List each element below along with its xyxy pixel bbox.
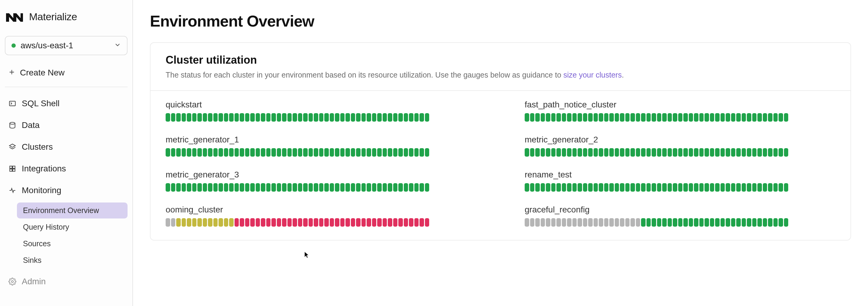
nav-item-sql-shell[interactable]: SQL Shell [5,93,128,114]
size-clusters-link[interactable]: size your clusters [563,71,622,79]
divider [151,90,850,91]
gauge-segment [668,218,672,227]
gauge-segment [551,148,556,157]
gauge-segment [662,113,667,122]
gauge-segment [176,113,181,122]
nav-item-integrations[interactable]: Integrations [5,159,128,179]
gauge-segment [213,183,218,192]
activity-icon [8,186,16,194]
page-title: Environment Overview [150,12,851,30]
gauge-segment [240,218,244,227]
gauge-segment [324,183,329,192]
gauge-segment [715,218,720,227]
gauge-segment [192,148,197,157]
cluster-row[interactable]: fast_path_notice_cluster [525,100,835,122]
gauge-segment [726,148,730,157]
cluster-row[interactable]: quickstart [166,100,476,122]
gauge-segment [292,148,297,157]
gauge-segment [362,183,366,192]
utilization-gauge [166,218,476,227]
gauge-segment [773,218,778,227]
gauge-segment [588,183,593,192]
cluster-row[interactable]: metric_generator_1 [166,135,476,157]
subnav-item-sources[interactable]: Sources [17,236,128,252]
gauge-segment [335,113,339,122]
gauge-segment [689,148,693,157]
cluster-row[interactable]: rename_test [525,170,835,192]
gauge-segment [678,183,683,192]
gauge-segment [224,113,228,122]
nav-item-data[interactable]: Data [5,115,128,136]
utilization-gauge [525,218,835,227]
nav-label: Clusters [22,142,53,152]
gauge-segment [736,148,741,157]
utilization-gauge [166,183,476,192]
gauge-segment [319,113,324,122]
cluster-name: quickstart [166,100,476,109]
gauge-segment [240,148,244,157]
svg-rect-6 [13,166,15,168]
gauge-segment [784,113,788,122]
nav-item-admin[interactable]: Admin [5,270,128,292]
gauge-segment [694,183,699,192]
gauge-segment [779,183,783,192]
gauge-segment [689,183,693,192]
gauge-segment [203,148,207,157]
gauge-segment [282,113,286,122]
cluster-row[interactable]: metric_generator_3 [166,170,476,192]
cluster-row[interactable]: graceful_reconfig [525,205,835,227]
gauge-segment [726,113,730,122]
gauge-segment [176,148,181,157]
gauge-segment [562,183,566,192]
cluster-row[interactable]: ooming_cluster [166,205,476,227]
gauge-segment [535,183,540,192]
gauge-segment [345,218,350,227]
region-selector[interactable]: aws/us-east-1 [5,36,128,55]
gauge-segment [630,148,635,157]
gauge-segment [742,218,746,227]
gauge-segment [404,113,408,122]
gauge-segment [282,148,286,157]
gauge-segment [404,183,408,192]
gauge-segment [641,218,646,227]
gauge-segment [567,113,571,122]
gauge-segment [425,218,430,227]
gauge-segment [583,183,588,192]
svg-point-9 [11,281,13,283]
gauge-segment [388,218,392,227]
gauge-segment [715,183,720,192]
subnav-item-environment-overview[interactable]: Environment Overview [17,203,128,218]
nav-item-clusters[interactable]: Clusters [5,137,128,157]
gauge-segment [604,113,609,122]
cluster-row[interactable]: metric_generator_2 [525,135,835,157]
gauge-segment [298,148,303,157]
gauge-segment [647,218,651,227]
gauge-segment [567,148,571,157]
gauge-segment [647,148,651,157]
nav-item-monitoring[interactable]: Monitoring [5,180,128,201]
gauge-segment [409,113,413,122]
subnav-item-query-history[interactable]: Query History [17,219,128,235]
svg-rect-5 [10,166,12,168]
gauge-segment [292,218,297,227]
create-new-button[interactable]: Create New [5,63,128,87]
gauge-segment [250,148,255,157]
gauge-segment [414,148,419,157]
gauge-segment [773,183,778,192]
gauge-segment [567,183,571,192]
gauge-segment [715,148,720,157]
gauge-segment [414,183,419,192]
gauge-segment [197,113,202,122]
gauge-segment [203,113,207,122]
gauge-segment [240,113,244,122]
gauge-segment [166,218,170,227]
svg-rect-2 [9,101,16,106]
svg-rect-8 [13,169,15,171]
gauge-segment [652,113,656,122]
gauge-segment [673,113,677,122]
gauge-segment [551,183,556,192]
subnav-item-sinks[interactable]: Sinks [17,252,128,268]
gauge-segment [351,148,355,157]
nav-label: SQL Shell [22,99,60,108]
gauge-segment [197,148,202,157]
